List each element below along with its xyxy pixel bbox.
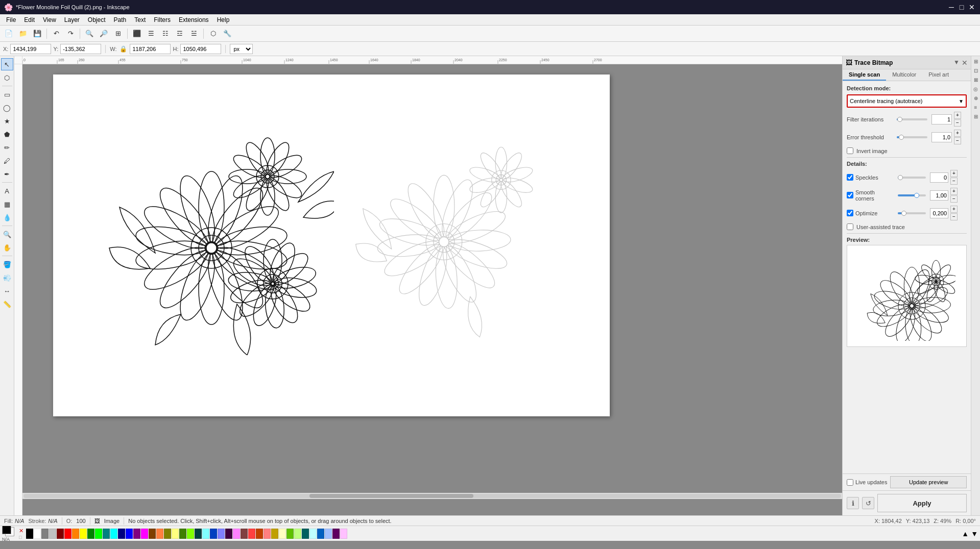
zoom-tool[interactable]: 🔍	[1, 228, 13, 240]
swatch-silver[interactable]	[49, 529, 56, 539]
tab-single-scan[interactable]: Single scan	[843, 69, 886, 81]
zoom-in-color[interactable]: ▲	[962, 530, 969, 538]
snap-btn-4[interactable]: ◎	[972, 85, 980, 93]
swatch-lightyellow2[interactable]	[279, 529, 286, 539]
minimize-button[interactable]: ─	[947, 3, 955, 11]
none-stroke-icon[interactable]: □	[19, 535, 23, 540]
menu-view[interactable]: View	[39, 14, 60, 26]
align-top-button[interactable]: ☲	[173, 27, 186, 40]
rect-tool[interactable]: ▭	[1, 88, 13, 101]
text-tool[interactable]: A	[1, 185, 13, 197]
swatch-purple[interactable]	[133, 529, 140, 539]
pen-tool[interactable]: 🖊	[1, 155, 13, 167]
swatch-navy[interactable]	[118, 529, 125, 539]
swatch-tomato[interactable]	[248, 529, 255, 539]
redo-button[interactable]: ↷	[64, 27, 77, 40]
swatch-lightpink[interactable]	[233, 529, 240, 539]
menu-edit[interactable]: Edit	[20, 14, 39, 26]
optimize-input[interactable]	[930, 208, 948, 218]
panel-expand-icon[interactable]: ▼	[953, 59, 960, 67]
swatch-gray[interactable]	[41, 529, 49, 539]
dropper-tool[interactable]: 💧	[1, 211, 13, 223]
speckles-inc[interactable]: +	[950, 170, 958, 177]
snap-btn-6[interactable]: ≡	[972, 103, 980, 111]
speckles-dec[interactable]: −	[950, 178, 958, 185]
smooth-corners-checkbox[interactable]	[847, 192, 853, 198]
undo-button[interactable]: ↶	[50, 27, 63, 40]
menu-filters[interactable]: Filters	[150, 14, 175, 26]
tab-multicolor[interactable]: Multicolor	[886, 69, 922, 81]
error-threshold-inc[interactable]: +	[954, 130, 961, 137]
swatch-darkpurple[interactable]	[225, 529, 232, 539]
menu-text[interactable]: Text	[130, 14, 150, 26]
h-input[interactable]	[180, 44, 221, 54]
update-preview-button[interactable]: Update preview	[890, 476, 967, 488]
open-button[interactable]: 📁	[16, 27, 30, 40]
connector-tool[interactable]: ↔	[1, 285, 13, 297]
optimize-dec[interactable]: −	[950, 213, 958, 220]
zoom-in-button[interactable]: 🔍	[83, 27, 96, 40]
info-button[interactable]: ℹ	[847, 497, 859, 509]
stroke-indicator[interactable]	[2, 526, 11, 534]
swatch-mint[interactable]	[294, 529, 301, 539]
filter-iterations-inc[interactable]: +	[954, 112, 961, 119]
swatch-maroon[interactable]	[57, 529, 64, 539]
swatch-lightcyan[interactable]	[202, 529, 209, 539]
unit-select[interactable]: px mm cm in	[230, 44, 253, 54]
swatch-blue[interactable]	[126, 529, 133, 539]
circle-tool[interactable]: ◯	[1, 102, 13, 114]
menu-file[interactable]: File	[2, 14, 20, 26]
filter-iterations-dec[interactable]: −	[954, 119, 961, 127]
align-center-button[interactable]: ☰	[145, 27, 158, 40]
swatch-rust[interactable]	[256, 529, 263, 539]
live-updates-checkbox[interactable]	[847, 479, 853, 486]
snap-btn-1[interactable]: ⊞	[972, 57, 980, 65]
spray-tool[interactable]: 💨	[1, 271, 13, 284]
callig-tool[interactable]: ✒	[1, 168, 13, 180]
no-fill-icon[interactable]: ✕	[19, 528, 23, 534]
swatch-darkgreen2[interactable]	[302, 529, 309, 539]
fill-tool[interactable]: 🪣	[1, 258, 13, 270]
user-assisted-checkbox[interactable]	[847, 223, 853, 230]
speckles-input[interactable]	[930, 172, 948, 183]
x-input[interactable]	[10, 44, 51, 54]
horizontal-scrollbar[interactable]	[22, 493, 842, 499]
optimize-checkbox[interactable]	[847, 210, 853, 216]
tweak-button[interactable]: 🔧	[221, 27, 234, 40]
swatch-green[interactable]	[87, 529, 94, 539]
swatch-black[interactable]	[26, 529, 33, 539]
poly-tool[interactable]: ⬟	[1, 128, 13, 140]
swatch-lime[interactable]	[95, 529, 102, 539]
menu-layer[interactable]: Layer	[60, 14, 84, 26]
menu-object[interactable]: Object	[84, 14, 110, 26]
smooth-corners-dec[interactable]: −	[950, 195, 958, 203]
pencil-tool[interactable]: ✏	[1, 141, 13, 154]
swatch-brown[interactable]	[149, 529, 156, 539]
swatch-paleblue[interactable]	[309, 529, 317, 539]
swatch-yellow[interactable]	[80, 529, 87, 539]
zoom-fit-button[interactable]: ⊞	[111, 27, 125, 40]
tab-pixel-art[interactable]: Pixel art	[922, 69, 955, 81]
apply-button[interactable]: Apply	[877, 494, 967, 512]
zoom-out-button[interactable]: 🔎	[97, 27, 110, 40]
optimize-inc[interactable]: +	[950, 206, 958, 213]
swatch-lightblue[interactable]	[325, 529, 332, 539]
align-bottom-button[interactable]: ☱	[187, 27, 201, 40]
star-tool[interactable]: ★	[1, 115, 13, 127]
swatch-yellowgreen[interactable]	[179, 529, 186, 539]
swatch-eggplant[interactable]	[332, 529, 340, 539]
swatch-darkteal[interactable]	[195, 529, 202, 539]
speckles-checkbox[interactable]	[847, 174, 853, 181]
pan-tool[interactable]: ✋	[1, 241, 13, 254]
snap-btn-7[interactable]: ⊞	[972, 112, 980, 120]
filter-iterations-input[interactable]	[931, 114, 952, 124]
measure-tool[interactable]: 📏	[1, 298, 13, 310]
error-threshold-dec[interactable]: −	[954, 137, 961, 144]
detection-mode-select[interactable]: Brightness cutoff Edge detection Color q…	[847, 94, 967, 108]
swatch-cyan[interactable]	[110, 529, 117, 539]
gradient-tool[interactable]: ▦	[1, 198, 13, 210]
swatch-lightyellow[interactable]	[172, 529, 179, 539]
panel-close-icon[interactable]: ✕	[962, 59, 968, 67]
smooth-corners-inc[interactable]: +	[950, 188, 958, 195]
snap-btn-3[interactable]: ⊠	[972, 76, 980, 84]
